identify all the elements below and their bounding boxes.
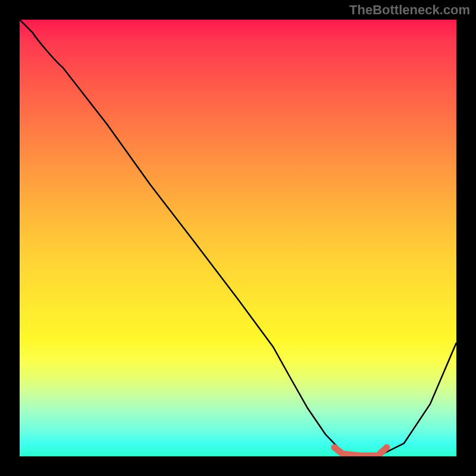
chart-svg — [20, 20, 456, 456]
highlight-segment — [334, 447, 387, 456]
bottleneck-curve — [20, 20, 456, 456]
watermark-text: TheBottleneck.com — [349, 2, 470, 18]
